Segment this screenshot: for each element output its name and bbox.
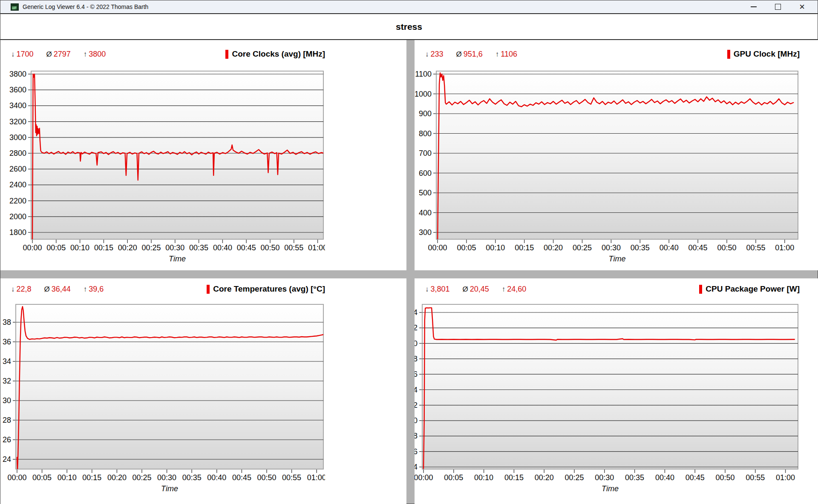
chart-title: Core Clocks (avg) [MHz]	[225, 49, 325, 59]
svg-text:Time: Time	[169, 255, 186, 263]
stat-min: ↓22,8	[11, 285, 32, 294]
svg-text:00:35: 00:35	[625, 473, 644, 482]
svg-text:2000: 2000	[9, 212, 26, 221]
stat-max: ↑3800	[84, 50, 106, 59]
svg-text:00:35: 00:35	[182, 473, 202, 482]
svg-text:00:25: 00:25	[141, 243, 161, 252]
chart-panel-gpu-clock: ↓233 Ø951,6 ↑1106 GPU Clock [MHz] 300400…	[415, 40, 818, 270]
svg-text:00:40: 00:40	[660, 243, 679, 252]
charts-area: ↓1700 Ø2797 ↑3800 Core Clocks (avg) [MHz…	[0, 40, 818, 504]
log-header: stress	[0, 14, 818, 40]
svg-text:00:05: 00:05	[444, 473, 463, 482]
svg-text:00:15: 00:15	[82, 473, 101, 482]
svg-text:00:20: 00:20	[544, 243, 563, 252]
svg-text:00:05: 00:05	[46, 243, 66, 252]
svg-text:00:10: 00:10	[58, 473, 77, 482]
svg-text:Time: Time	[609, 255, 626, 263]
svg-text:1000: 1000	[415, 90, 432, 98]
min-arrow-icon: ↓	[11, 285, 15, 293]
close-button[interactable]: ✕	[790, 0, 814, 13]
svg-text:00:55: 00:55	[746, 243, 765, 252]
svg-text:00:00: 00:00	[7, 473, 26, 482]
svg-text:300: 300	[419, 228, 432, 237]
svg-text:00:20: 00:20	[535, 473, 554, 482]
svg-text:36: 36	[3, 338, 11, 346]
max-arrow-icon: ↑	[495, 50, 499, 58]
horizontal-splitter[interactable]	[0, 270, 818, 278]
svg-text:38: 38	[3, 318, 11, 326]
svg-text:00:40: 00:40	[207, 473, 226, 482]
max-arrow-icon: ↑	[502, 285, 506, 293]
maximize-button[interactable]	[766, 0, 790, 13]
svg-text:18: 18	[415, 355, 418, 363]
close-icon: ✕	[799, 3, 805, 11]
min-arrow-icon: ↓	[425, 285, 429, 293]
app-icon	[11, 3, 19, 11]
svg-text:00:10: 00:10	[70, 243, 89, 252]
svg-text:3000: 3000	[9, 133, 26, 142]
stats-row: ↓22,8 Ø36,44 ↑39,6 Core Temperatures (av…	[0, 278, 325, 297]
svg-text:32: 32	[3, 377, 11, 385]
app-window: Generic Log Viewer 6.4 - © 2022 Thomas B…	[0, 0, 818, 504]
stat-max: ↑1106	[495, 50, 517, 59]
series-legend-icon	[699, 285, 702, 294]
svg-text:10: 10	[415, 416, 418, 425]
svg-text:2200: 2200	[9, 197, 26, 205]
chart-title: GPU Clock [MHz]	[727, 49, 800, 59]
svg-text:00:10: 00:10	[486, 243, 505, 252]
stat-avg: Ø951,6	[456, 50, 483, 59]
svg-text:2400: 2400	[9, 180, 26, 189]
svg-text:20: 20	[415, 339, 418, 348]
gpu-clock-chart: 3004005006007008009001000110000:0000:050…	[415, 62, 800, 266]
svg-text:8: 8	[415, 432, 418, 440]
svg-text:00:30: 00:30	[165, 243, 184, 252]
svg-text:26: 26	[3, 435, 11, 444]
svg-text:00:45: 00:45	[232, 473, 251, 482]
svg-text:00:25: 00:25	[565, 473, 584, 482]
svg-text:2600: 2600	[9, 165, 26, 173]
chart-panel-core-temperatures: ↓22,8 Ø36,44 ↑39,6 Core Temperatures (av…	[0, 278, 406, 504]
max-arrow-icon: ↑	[84, 50, 87, 58]
series-legend-icon	[225, 50, 228, 59]
stats-row: ↓1700 Ø2797 ↑3800 Core Clocks (avg) [MHz…	[0, 40, 325, 62]
svg-text:01:00: 01:00	[308, 243, 325, 252]
svg-text:00:35: 00:35	[189, 243, 208, 252]
svg-text:00:50: 00:50	[715, 473, 734, 482]
svg-text:14: 14	[415, 386, 418, 394]
svg-text:01:00: 01:00	[776, 473, 795, 482]
stats-row: ↓233 Ø951,6 ↑1106 GPU Clock [MHz]	[415, 40, 800, 62]
svg-text:00:30: 00:30	[595, 473, 614, 482]
avg-symbol-icon: Ø	[463, 285, 468, 293]
svg-text:00:15: 00:15	[515, 243, 534, 252]
svg-text:Time: Time	[602, 484, 619, 493]
stat-max: ↑39,6	[84, 285, 104, 294]
chart-panel-core-clocks: ↓1700 Ø2797 ↑3800 Core Clocks (avg) [MHz…	[0, 40, 406, 270]
svg-text:3600: 3600	[9, 86, 26, 94]
svg-text:1800: 1800	[9, 228, 26, 237]
svg-text:3200: 3200	[9, 117, 26, 126]
svg-text:00:10: 00:10	[474, 473, 493, 482]
cpu-package-power-chart: 468101214161820222400:0000:0500:1000:150…	[415, 297, 800, 504]
svg-text:00:30: 00:30	[157, 473, 176, 482]
core-clocks-chart: 1800200022002400260028003000320034003600…	[0, 62, 325, 266]
svg-text:00:55: 00:55	[746, 473, 765, 482]
svg-text:01:00: 01:00	[307, 473, 325, 482]
svg-text:900: 900	[419, 109, 432, 118]
minimize-button[interactable]	[741, 0, 766, 13]
core-temperatures-chart: 242628303234363800:0000:0500:1000:1500:2…	[0, 297, 325, 504]
svg-text:00:55: 00:55	[282, 473, 301, 482]
stat-avg: Ø36,44	[44, 285, 71, 294]
series-legend-icon	[727, 50, 730, 59]
svg-text:00:25: 00:25	[132, 473, 151, 482]
min-arrow-icon: ↓	[11, 50, 15, 58]
svg-text:400: 400	[419, 209, 432, 217]
svg-text:00:20: 00:20	[118, 243, 137, 252]
chart-title: Core Temperatures (avg) [°C]	[207, 284, 325, 294]
svg-text:00:05: 00:05	[32, 473, 52, 482]
svg-text:00:25: 00:25	[573, 243, 592, 252]
svg-text:00:45: 00:45	[688, 243, 708, 252]
stats-row: ↓3,801 Ø20,45 ↑24,60 CPU Package Power […	[415, 278, 800, 297]
svg-text:00:35: 00:35	[631, 243, 650, 252]
svg-text:00:45: 00:45	[237, 243, 256, 252]
svg-text:Time: Time	[161, 484, 178, 493]
